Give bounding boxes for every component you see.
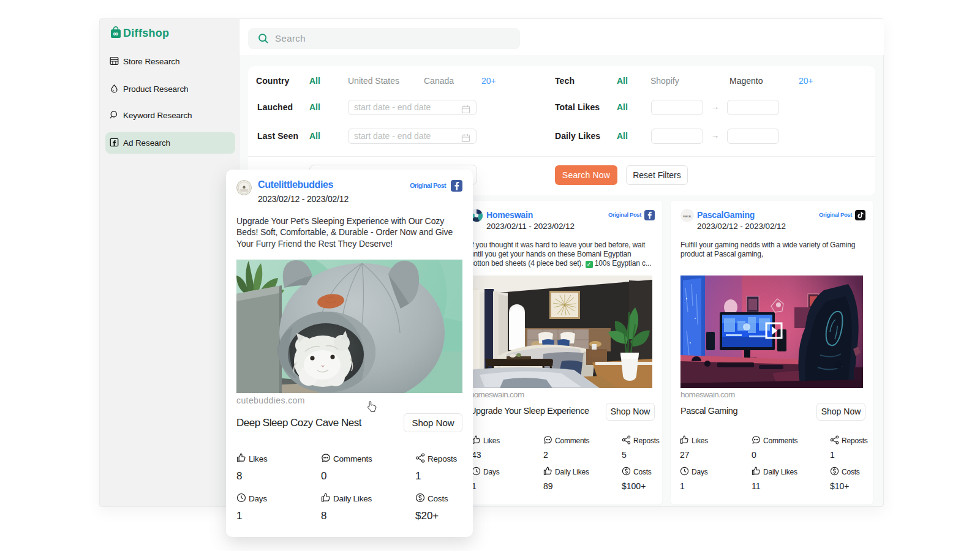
svg-text:∞: ∞: [113, 29, 119, 38]
svg-text:PASCAL: PASCAL: [683, 216, 692, 218]
